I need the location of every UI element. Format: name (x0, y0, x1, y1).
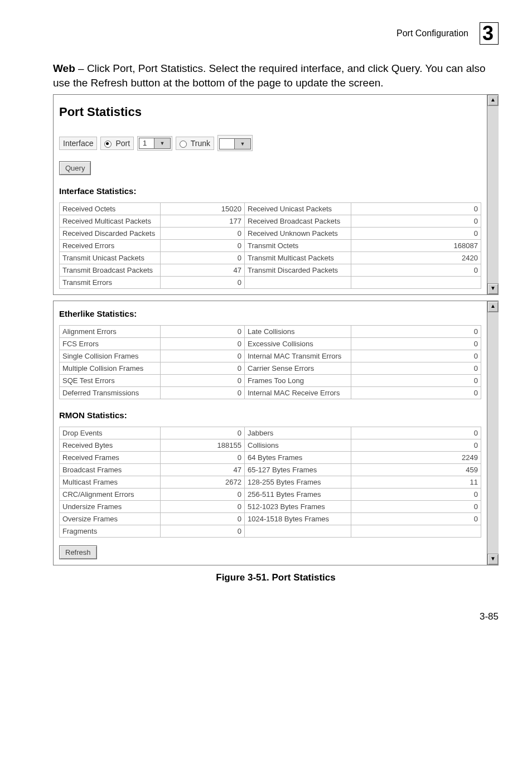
stat-value: 0 (351, 215, 481, 228)
stat-value: 188155 (161, 439, 245, 452)
scroll-down-icon[interactable]: ▼ (487, 283, 499, 294)
table-row: Multiple Collision Frames0Carrier Sense … (60, 362, 481, 375)
stat-label: Deferred Transmissions (60, 387, 161, 399)
stat-value: 459 (351, 464, 481, 476)
stat-label: Alignment Errors (60, 326, 161, 338)
stat-label: FCS Errors (60, 338, 161, 350)
stat-value: 0 (351, 513, 481, 525)
stat-label: CRC/Alignment Errors (60, 488, 161, 501)
stat-label: Received Multicast Packets (60, 215, 161, 228)
table-row: CRC/Alignment Errors0256-511 Bytes Frame… (60, 488, 481, 501)
interface-stats-heading: Interface Statistics: (59, 186, 481, 196)
radio-port-icon[interactable] (104, 141, 112, 148)
stat-label: Received Unicast Packets (245, 203, 351, 215)
stat-value: 0 (161, 338, 245, 350)
stat-label: Internal MAC Receive Errors (245, 387, 351, 399)
stat-label (245, 277, 351, 289)
stat-value: 0 (351, 488, 481, 501)
port-select-cell: 1 ▼ (137, 136, 172, 151)
stat-label: SQE Test Errors (60, 375, 161, 387)
stat-label: Transmit Unicast Packets (60, 252, 161, 264)
stat-label: 512-1023 Bytes Frames (245, 501, 351, 513)
stat-value: 0 (161, 387, 245, 399)
stat-label (245, 525, 351, 538)
stat-value: 2672 (161, 476, 245, 488)
stat-label: Jabbers (245, 427, 351, 439)
stat-value: 0 (161, 326, 245, 338)
scrollbar[interactable]: ▲ ▼ (487, 95, 499, 294)
stat-value: 0 (351, 362, 481, 375)
scroll-up-icon[interactable]: ▲ (487, 95, 499, 106)
stat-value: 0 (351, 350, 481, 362)
stat-label: Fragments (60, 525, 161, 538)
port-select[interactable]: 1 ▼ (139, 138, 171, 149)
interface-stats-table: Received Octets15020Received Unicast Pac… (59, 202, 481, 289)
table-row: Drop Events0Jabbers0 (60, 427, 481, 439)
stat-label: Received Frames (60, 452, 161, 464)
stat-label: Transmit Multicast Packets (245, 252, 351, 264)
stat-value: 0 (161, 513, 245, 525)
table-row: Oversize Frames01024-1518 Bytes Frames0 (60, 513, 481, 525)
trunk-radio-cell[interactable]: Trunk (176, 137, 214, 150)
table-row: SQE Test Errors0Frames Too Long0 (60, 375, 481, 387)
scroll-down-icon[interactable]: ▼ (487, 554, 499, 565)
port-value: 1 (139, 139, 154, 147)
stat-value: 177 (161, 215, 245, 228)
stat-value: 0 (161, 350, 245, 362)
stat-value: 0 (351, 501, 481, 513)
stat-value: 0 (351, 203, 481, 215)
stat-label: Undersize Frames (60, 501, 161, 513)
section-title: Port Configuration (396, 28, 468, 38)
stat-label: 1024-1518 Bytes Frames (245, 513, 351, 525)
table-row: Transmit Errors0 (60, 277, 481, 289)
stat-value: 0 (161, 427, 245, 439)
interface-label: Interface (59, 137, 97, 150)
stat-value: 0 (161, 375, 245, 387)
stat-label: Received Errors (60, 240, 161, 252)
stat-label: Internal MAC Transmit Errors (245, 350, 351, 362)
stat-value: 11 (351, 476, 481, 488)
intro-bold: Web (53, 62, 75, 74)
scroll-up-icon[interactable]: ▲ (487, 301, 499, 312)
interface-selector: Interface Port 1 ▼ Trunk (59, 135, 481, 151)
chevron-down-icon[interactable]: ▼ (154, 138, 170, 148)
stat-label: 256-511 Bytes Frames (245, 488, 351, 501)
table-row: Transmit Broadcast Packets47Transmit Dis… (60, 264, 481, 277)
chevron-down-icon[interactable]: ▼ (234, 139, 250, 149)
stat-value: 168087 (351, 240, 481, 252)
trunk-select[interactable]: ▼ (219, 138, 251, 149)
port-radio-cell[interactable]: Port (100, 137, 134, 150)
stat-label: Received Unknown Packets (245, 228, 351, 240)
stat-value: 0 (351, 228, 481, 240)
radio-trunk-icon[interactable] (180, 141, 187, 148)
query-button[interactable]: Query (59, 161, 91, 175)
table-row: Transmit Unicast Packets0Transmit Multic… (60, 252, 481, 264)
stat-label: Drop Events (60, 427, 161, 439)
page-header: Port Configuration 3 (53, 22, 499, 45)
stat-label: Received Octets (60, 203, 161, 215)
screenshot-panel-bottom: Etherlike Statistics: Alignment Errors0L… (53, 301, 499, 565)
stat-value: 0 (161, 488, 245, 501)
intro-text: Web – Click Port, Port Statistics. Selec… (53, 61, 499, 90)
table-row: Received Discarded Packets0Received Unkn… (60, 228, 481, 240)
table-row: Received Octets15020Received Unicast Pac… (60, 203, 481, 215)
stat-value: 0 (351, 326, 481, 338)
stat-value: 0 (161, 362, 245, 375)
rmon-heading: RMON Statistics: (59, 410, 481, 420)
stat-label: Frames Too Long (245, 375, 351, 387)
stat-value: 47 (161, 464, 245, 476)
table-row: Undersize Frames0512-1023 Bytes Frames0 (60, 501, 481, 513)
stat-value: 2420 (351, 252, 481, 264)
trunk-label: Trunk (191, 139, 210, 148)
scrollbar[interactable]: ▲ ▼ (487, 301, 499, 565)
stat-value: 15020 (161, 203, 245, 215)
stat-label: 65-127 Bytes Frames (245, 464, 351, 476)
stat-value: 0 (161, 252, 245, 264)
stat-label: Transmit Broadcast Packets (60, 264, 161, 277)
stat-value: 0 (161, 240, 245, 252)
table-row: Single Collision Frames0Internal MAC Tra… (60, 350, 481, 362)
stat-label: Received Discarded Packets (60, 228, 161, 240)
stat-label: 128-255 Bytes Frames (245, 476, 351, 488)
refresh-button[interactable]: Refresh (59, 545, 97, 559)
stat-value: 0 (161, 228, 245, 240)
